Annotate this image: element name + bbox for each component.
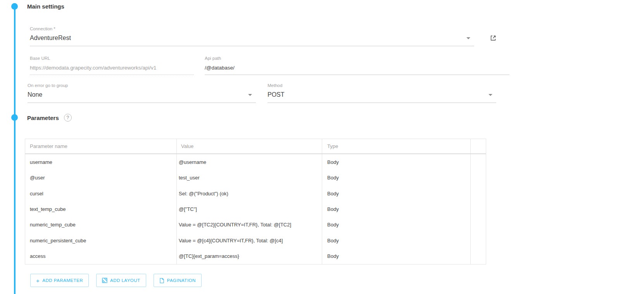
chevron-down-icon — [466, 37, 470, 39]
param-actions-cell — [471, 170, 486, 185]
parameters-table: Parameter name Value Type username @user… — [25, 139, 486, 264]
param-type-cell[interactable]: Body — [322, 249, 471, 264]
pagination-button[interactable]: PAGINATION — [154, 274, 202, 287]
method-label: Method — [268, 83, 496, 88]
parameters-title: Parameters ? — [27, 114, 72, 122]
header-parameter-name: Parameter name — [25, 139, 177, 153]
add-parameter-button[interactable]: + ADD PARAMETER — [30, 274, 89, 287]
on-error-value: None — [28, 91, 42, 99]
param-name-cell[interactable]: numeric_persistent_cube — [25, 233, 177, 248]
api-path-value: /@database/ — [205, 65, 235, 71]
base-url-value: https://demodata.grapecity.com/adventure… — [30, 65, 156, 71]
add-layout-button[interactable]: ADD LAYOUT — [96, 274, 146, 287]
parameters-actions: + ADD PARAMETER ADD LAYOUT PAGINATION — [30, 274, 202, 287]
param-name-cell[interactable]: numeric_temp_cube — [25, 217, 177, 233]
table-row: @user test_user Body — [25, 170, 486, 185]
table-row: cursel Sel: @("Product") (ok) Body — [25, 186, 486, 201]
add-layout-label: ADD LAYOUT — [110, 278, 140, 283]
param-value-cell[interactable]: @[TC]{ext_param=access} — [177, 249, 322, 264]
timeline-dot-main-settings — [11, 3, 18, 10]
param-name-cell[interactable]: access — [25, 249, 177, 264]
table-row: numeric_persistent_cube Value = @[c4]{CO… — [25, 233, 486, 248]
connection-value: AdventureRest — [30, 34, 71, 42]
param-actions-cell — [471, 186, 486, 201]
api-path-input[interactable]: Api path /@database/ — [205, 56, 509, 75]
param-value-cell[interactable]: Value = @[c4]{COUNTRY=IT,FR}, Total: @[c… — [177, 233, 322, 248]
param-type-cell[interactable]: Body — [322, 217, 471, 233]
param-actions-cell — [471, 249, 486, 264]
header-value: Value — [177, 139, 322, 153]
chevron-down-icon — [489, 94, 492, 96]
param-type-cell[interactable]: Body — [322, 201, 471, 217]
table-row: username @username Body — [25, 154, 486, 170]
param-name-cell[interactable]: username — [25, 154, 177, 170]
param-name-cell[interactable]: cursel — [25, 186, 177, 201]
header-actions — [471, 139, 486, 153]
param-value-cell[interactable]: @username — [177, 154, 322, 170]
param-actions-cell — [471, 201, 486, 217]
api-path-label: Api path — [205, 56, 509, 61]
on-error-select[interactable]: On error go to group None — [28, 83, 256, 103]
pagination-label: PAGINATION — [167, 278, 196, 283]
header-type: Type — [322, 139, 471, 153]
param-value-cell[interactable]: Sel: @("Product") (ok) — [177, 186, 322, 201]
param-value-cell[interactable]: Value = @[TC2]{COUNTRY=IT,FR}, Total: @[… — [177, 217, 322, 233]
parameters-table-body: username @username Body @user test_user … — [25, 154, 486, 264]
parameters-table-header: Parameter name Value Type — [25, 139, 486, 154]
connection-label: Connection * — [30, 26, 474, 31]
table-row: access @[TC]{ext_param=access} Body — [25, 249, 486, 264]
method-value: POST — [268, 91, 285, 99]
base-url-field: Base URL https://demodata.grapecity.com/… — [30, 56, 194, 75]
param-type-cell[interactable]: Body — [322, 186, 471, 201]
table-row: text_temp_cube @["TC"] Body — [25, 201, 486, 217]
main-settings-title: Main settings — [27, 3, 64, 10]
param-type-cell[interactable]: Body — [322, 154, 471, 170]
timeline-dot-parameters — [11, 114, 18, 121]
help-icon[interactable]: ? — [64, 114, 72, 122]
param-actions-cell — [471, 217, 486, 233]
add-parameter-label: ADD PARAMETER — [42, 278, 83, 283]
page-icon — [159, 278, 164, 284]
method-select[interactable]: Method POST — [268, 83, 496, 103]
base-url-label: Base URL — [30, 56, 194, 61]
param-actions-cell — [471, 233, 486, 248]
plus-icon: + — [36, 278, 40, 284]
param-value-cell[interactable]: @["TC"] — [177, 201, 322, 217]
on-error-label: On error go to group — [28, 83, 256, 88]
param-name-cell[interactable]: text_temp_cube — [25, 201, 177, 217]
param-type-cell[interactable]: Body — [322, 170, 471, 185]
table-row: numeric_temp_cube Value = @[TC2]{COUNTRY… — [25, 217, 486, 233]
open-connection-external-button[interactable] — [489, 33, 498, 43]
param-value-cell[interactable]: test_user — [177, 170, 322, 185]
external-link-icon — [490, 35, 497, 42]
param-type-cell[interactable]: Body — [322, 233, 471, 248]
parameters-title-text: Parameters — [27, 115, 59, 121]
timeline-line — [14, 6, 16, 294]
param-name-cell[interactable]: @user — [25, 170, 177, 185]
chevron-down-icon — [248, 94, 252, 96]
connection-select[interactable]: Connection * AdventureRest — [30, 26, 474, 46]
layout-grid-icon — [102, 278, 107, 283]
param-actions-cell — [471, 154, 486, 170]
